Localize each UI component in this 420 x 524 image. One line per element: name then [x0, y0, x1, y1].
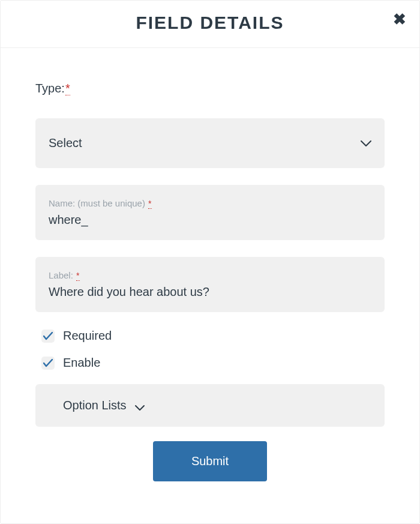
type-label-text: Type: [35, 82, 65, 95]
name-input[interactable] [49, 213, 371, 227]
chevron-down-icon [361, 140, 371, 146]
field-details-modal: FIELD DETAILS ✖ Type:* Select Name: (mus… [0, 0, 420, 524]
enable-checkbox[interactable] [41, 357, 55, 370]
submit-row: Submit [35, 441, 385, 481]
modal-body: Type:* Select Name: (must be unique) * L… [1, 48, 419, 481]
required-indicator: * [65, 82, 70, 95]
label-label-text: Label: [49, 270, 73, 280]
required-checkbox-row: Required [41, 329, 385, 343]
label-field-box[interactable]: Label: * [35, 257, 385, 312]
checkbox-group: Required Enable [35, 329, 385, 370]
option-lists-label: Option Lists [63, 399, 127, 412]
name-label-text: Name: (must be unique) [49, 198, 145, 208]
required-checkbox[interactable] [41, 330, 55, 343]
required-checkbox-label: Required [63, 329, 112, 343]
name-field-box[interactable]: Name: (must be unique) * [35, 185, 385, 240]
type-select[interactable]: Select [35, 118, 385, 168]
submit-button[interactable]: Submit [153, 441, 267, 481]
modal-title: FIELD DETAILS [1, 13, 419, 33]
option-lists-toggle[interactable]: Option Lists [35, 384, 385, 427]
enable-checkbox-label: Enable [63, 356, 100, 370]
modal-header: FIELD DETAILS ✖ [1, 1, 419, 48]
required-indicator: * [148, 199, 151, 209]
chevron-down-icon [135, 403, 145, 409]
name-field-label: Name: (must be unique) * [49, 198, 371, 208]
required-indicator: * [76, 271, 79, 281]
type-field-label: Type:* [35, 82, 385, 95]
label-field-label: Label: * [49, 270, 371, 280]
type-select-value: Select [49, 136, 82, 150]
close-icon[interactable]: ✖ [393, 11, 406, 27]
label-input[interactable] [49, 285, 371, 299]
enable-checkbox-row: Enable [41, 356, 385, 370]
